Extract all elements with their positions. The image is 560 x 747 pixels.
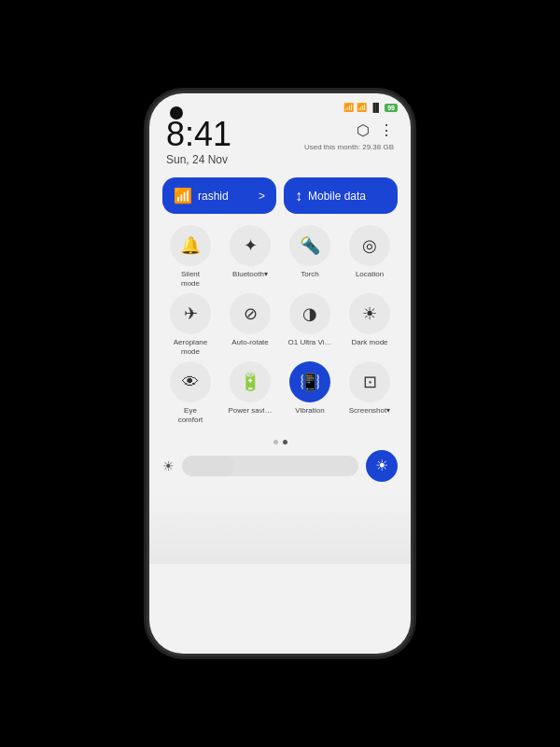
- quick-setting-label: Torch: [301, 270, 319, 279]
- quick-setting-item: 📳Vibration: [282, 361, 338, 424]
- quick-setting-item: 🔋Power savi…: [222, 361, 278, 424]
- quick-setting-label: Eye comfort: [178, 406, 203, 424]
- quick-setting-icon-circle[interactable]: 🔋: [230, 361, 271, 402]
- quick-setting-label: Screenshot▾: [349, 406, 390, 416]
- brightness-row: ☀ ☀: [149, 450, 411, 489]
- settings-icon[interactable]: ⬡: [357, 121, 370, 139]
- signal-bars-icon: 📶: [357, 103, 367, 112]
- top-action-icons: ⬡ ⋮: [357, 121, 394, 139]
- wifi-tile[interactable]: 📶 rashid >: [162, 177, 276, 214]
- quick-settings-grid: 🔔Silent mode✦Bluetooth▾🔦Torch◎Location ✈…: [149, 219, 411, 436]
- brightness-settings-icon: ☀: [375, 457, 388, 474]
- quick-setting-icon-circle[interactable]: 🔦: [289, 225, 330, 266]
- clock-display: 8:41: [166, 118, 231, 151]
- quick-setting-icon-circle[interactable]: ⊘: [230, 293, 271, 334]
- wifi-tile-label: rashid: [198, 190, 229, 203]
- quick-setting-item: ⊘Auto-rotate: [222, 293, 278, 356]
- data-usage-text: Used this month: 29.38 GB: [304, 143, 394, 151]
- brightness-track[interactable]: [182, 456, 358, 476]
- quick-setting-label: Aeroplane mode: [174, 338, 207, 356]
- wifi-status-icon: 📶: [343, 103, 354, 112]
- brightness-fill: [182, 456, 235, 476]
- quick-setting-label: O1 Ultra Vi…: [288, 338, 332, 347]
- quick-setting-label: Bluetooth▾: [232, 270, 268, 279]
- quick-setting-item: ☀Dark mode: [342, 293, 398, 356]
- quick-setting-icon-circle[interactable]: 👁: [170, 361, 211, 402]
- icon-grid-row2: ✈Aeroplane mode⊘Auto-rotate◑O1 Ultra Vi……: [162, 293, 398, 356]
- quick-setting-icon-circle[interactable]: 🔔: [170, 225, 211, 266]
- icon-grid-row3: 👁Eye comfort🔋Power savi…📳Vibration⊡Scree…: [162, 361, 398, 424]
- time-date-group: 8:41 Sun, 24 Nov: [166, 118, 231, 166]
- time-section: 8:41 Sun, 24 Nov ⬡ ⋮ Used this month: 29…: [149, 116, 411, 172]
- wifi-tile-arrow: >: [259, 190, 265, 203]
- quick-setting-item: 🔦Torch: [282, 225, 338, 288]
- status-icons: 📶 📶 ▐▌ 99: [343, 103, 398, 112]
- quick-setting-icon-circle[interactable]: ◑: [289, 293, 330, 334]
- quick-setting-label: Dark mode: [351, 338, 387, 347]
- quick-setting-label: Location: [356, 270, 384, 279]
- quick-setting-label: Power savi…: [228, 406, 272, 416]
- battery-indicator: 99: [385, 104, 398, 112]
- icon-grid-row1: 🔔Silent mode✦Bluetooth▾🔦Torch◎Location: [162, 225, 398, 288]
- quick-setting-label: Silent mode: [181, 270, 200, 288]
- date-display: Sun, 24 Nov: [166, 153, 231, 166]
- quick-setting-label: Auto-rotate: [231, 338, 269, 347]
- quick-setting-icon-circle[interactable]: ⊡: [349, 361, 390, 402]
- quick-setting-icon-circle[interactable]: ☀: [349, 293, 390, 334]
- time-right-section: ⬡ ⋮ Used this month: 29.38 GB: [304, 118, 394, 151]
- quick-setting-item: 🔔Silent mode: [162, 225, 218, 288]
- mobile-data-tile[interactable]: ↕ Mobile data: [284, 177, 398, 214]
- wifi-tile-icon: 📶: [174, 187, 192, 204]
- quick-setting-icon-circle[interactable]: ✦: [230, 225, 271, 266]
- camera-hole: [170, 106, 183, 120]
- quick-setting-icon-circle[interactable]: ◎: [349, 225, 390, 266]
- quick-setting-icon-circle[interactable]: ✈: [170, 293, 211, 334]
- phone-frame: 📶 📶 ▐▌ 99 8:41 Sun, 24 Nov ⬡ ⋮ Used this…: [149, 93, 411, 654]
- quick-setting-item: ✈Aeroplane mode: [162, 293, 218, 356]
- bottom-spacer: [149, 489, 411, 564]
- page-dot: [283, 440, 287, 444]
- quick-setting-item: ✦Bluetooth▾: [222, 225, 278, 288]
- quick-setting-icon-circle[interactable]: 📳: [289, 361, 330, 402]
- status-bar: 📶 📶 ▐▌ 99: [149, 93, 411, 116]
- quick-setting-item: ◑O1 Ultra Vi…: [282, 293, 338, 356]
- signal-strength-icon: ▐▌: [370, 103, 382, 112]
- brightness-low-icon: ☀: [162, 458, 175, 473]
- brightness-settings-button[interactable]: ☀: [366, 450, 398, 482]
- quick-tiles-row: 📶 rashid > ↕ Mobile data: [149, 172, 411, 219]
- more-options-icon[interactable]: ⋮: [379, 121, 394, 139]
- quick-setting-item: ◎Location: [342, 225, 398, 288]
- quick-setting-item: ⊡Screenshot▾: [342, 361, 398, 424]
- page-dot: [273, 440, 278, 444]
- mobile-data-label: Mobile data: [308, 190, 366, 203]
- quick-setting-label: Vibration: [295, 406, 324, 416]
- mobile-data-icon: ↕: [295, 188, 302, 204]
- quick-setting-item: 👁Eye comfort: [162, 361, 218, 424]
- page-dots: [149, 436, 411, 450]
